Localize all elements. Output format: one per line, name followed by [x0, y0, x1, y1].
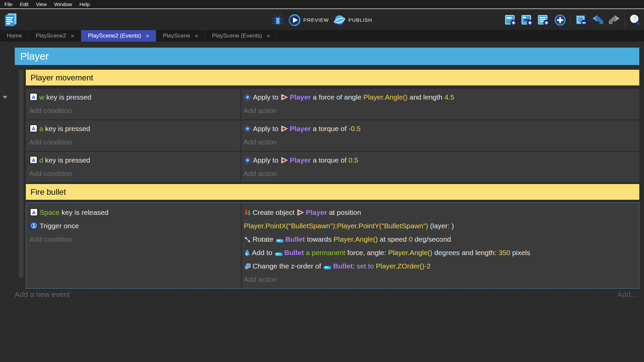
create-object-icon — [244, 209, 251, 216]
add-condition-button[interactable]: Add condition — [30, 233, 238, 246]
tab-label: Home — [7, 33, 22, 39]
condition-line[interactable]: Aa key is pressed — [29, 122, 238, 135]
menu-help[interactable]: Help — [76, 0, 94, 9]
preview-play-icon — [288, 14, 301, 26]
add-event-icon[interactable] — [505, 14, 517, 26]
group-header-fire-bullet[interactable]: Fire bullet — [26, 184, 639, 200]
zorder-icon — [244, 263, 251, 270]
close-icon[interactable]: × — [267, 33, 270, 39]
undo-icon[interactable] — [592, 14, 604, 26]
player-object-icon — [281, 94, 288, 101]
close-icon[interactable]: × — [146, 33, 149, 39]
conditions-column: Ad key is pressed Add condition — [26, 152, 241, 182]
close-icon[interactable]: × — [195, 33, 198, 39]
menu-window[interactable]: Window — [50, 0, 75, 9]
add-action-button[interactable]: Add action — [244, 273, 636, 286]
actions-column: Create object Player at position Player.… — [242, 203, 639, 288]
text-segment: Player — [306, 208, 327, 216]
text-segment: Bullet — [333, 262, 353, 270]
action-line[interactable]: Create object Player at position — [244, 206, 636, 219]
text-segment: Player — [290, 93, 311, 101]
tab-playscene[interactable]: PlayScene × — [156, 30, 205, 42]
tab-label: PlayScene2 — [36, 33, 66, 39]
add-condition-button[interactable]: Add condition — [29, 104, 238, 117]
text-segment: : — [353, 262, 357, 270]
conditions-column: Aa key is pressed Add condition — [26, 120, 241, 151]
action-line[interactable]: Add to Bullet a permanent force, angle: … — [244, 246, 636, 259]
close-icon[interactable]: × — [71, 33, 74, 39]
redo-icon[interactable] — [608, 14, 620, 26]
select-instructions-icon[interactable] — [575, 14, 587, 26]
add-subevent-icon[interactable] — [521, 14, 533, 26]
text-segment: Change the z-order of — [253, 262, 323, 270]
text-segment: at position — [327, 208, 361, 216]
event-row-fire-bullet[interactable]: ASpace key is released 1Trigger once Add… — [26, 202, 639, 289]
conditions-column: ASpace key is released 1Trigger once Add… — [26, 203, 242, 288]
condition-line[interactable]: 1Trigger once — [30, 219, 238, 233]
add-button[interactable]: Add... — [618, 290, 637, 299]
add-condition-button[interactable]: Add condition — [29, 135, 238, 149]
physics-icon — [244, 125, 251, 132]
add-new-event-button[interactable]: Add a new event — [15, 290, 70, 299]
group-header-player[interactable]: Player — [15, 48, 639, 65]
tab-label: PlayScene (Events) — [212, 33, 262, 39]
search-icon[interactable] — [629, 14, 641, 26]
action-line-continuation[interactable]: Player.PointX("BulletSpawn");Player.Poin… — [244, 219, 636, 233]
debug-icon[interactable] — [272, 14, 284, 26]
event-row-d-key[interactable]: Ad key is pressed Add condition Apply to… — [26, 152, 639, 182]
event-row-w-key[interactable]: Aw key is pressed Add condition Apply to… — [26, 89, 639, 119]
text-segment: key is released — [60, 208, 109, 216]
player-object-icon — [297, 209, 304, 216]
actions-column: Apply to Player a torque of -0.5 Add act… — [241, 120, 639, 151]
tab-home[interactable]: Home — [0, 30, 29, 42]
text-segment: Player.ZOrder()-2 — [376, 262, 430, 270]
text-segment: d — [39, 156, 43, 164]
text-segment: Player — [290, 125, 311, 132]
preview-label: PREVIEW — [303, 17, 329, 23]
tab-playscene-events[interactable]: PlayScene (Events) × — [205, 30, 277, 42]
action-line[interactable]: Change the z-order of Bullet: set to Pla… — [244, 259, 636, 273]
tab-playscene2[interactable]: PlayScene2 × — [29, 30, 81, 42]
add-comment-icon[interactable] — [538, 14, 550, 26]
add-action-button[interactable]: Add action — [244, 135, 637, 149]
text-segment: key is pressed — [44, 93, 91, 101]
svg-text:A: A — [32, 94, 36, 100]
add-action-button[interactable]: Add action — [244, 167, 637, 180]
text-segment: Trigger once — [40, 222, 79, 230]
publish-button[interactable]: PUBLISH — [333, 14, 372, 26]
text-segment: Apply to — [253, 156, 280, 164]
tab-label: PlayScene — [163, 33, 190, 39]
text-segment: force, angle: — [345, 249, 388, 256]
text-segment: Player.Angle() — [363, 93, 408, 101]
text-segment: Create object — [253, 208, 297, 216]
conditions-column: Aw key is pressed Add condition — [26, 89, 241, 119]
group-header-player-movement[interactable]: Player movement — [26, 70, 639, 85]
indent-rail — [19, 70, 23, 278]
add-condition-button[interactable]: Add condition — [29, 167, 238, 180]
event-row-a-key[interactable]: Aa key is pressed Add condition Apply to… — [26, 120, 639, 151]
action-line[interactable]: Apply to Player a torque of -0.5 — [244, 122, 637, 135]
tab-playscene2-events[interactable]: PlayScene2 (Events) × — [81, 30, 156, 42]
menu-edit[interactable]: Edit — [16, 0, 32, 9]
keyboard-key-icon: A — [30, 208, 38, 216]
text-segment: Bullet — [285, 235, 305, 243]
action-line[interactable]: Apply to Player a torque of 0.5 — [244, 154, 637, 167]
add-action-button[interactable]: Add action — [244, 104, 637, 117]
condition-line[interactable]: ASpace key is released — [30, 206, 238, 219]
bullet-object-icon — [323, 265, 331, 270]
menu-file[interactable]: File — [1, 0, 16, 9]
chevron-down-icon[interactable] — [3, 96, 7, 99]
gdevelop-logo-icon[interactable] — [3, 12, 19, 27]
text-segment: Apply to — [253, 93, 280, 101]
text-segment: a permanent — [306, 249, 345, 256]
condition-line[interactable]: Ad key is pressed — [29, 154, 238, 167]
text-segment: and length — [408, 93, 444, 101]
condition-line[interactable]: Aw key is pressed — [29, 90, 238, 104]
action-line[interactable]: Apply to Player a force of angle Player.… — [244, 90, 637, 104]
preview-button[interactable]: PREVIEW — [288, 14, 329, 26]
text-segment: 0.5 — [348, 156, 358, 164]
menu-view[interactable]: View — [32, 0, 50, 9]
add-circle-icon[interactable] — [554, 14, 566, 26]
action-line[interactable]: Rotate Bullet towards Player.Angle() at … — [244, 233, 636, 246]
text-segment: Player.Angle() — [388, 249, 432, 256]
